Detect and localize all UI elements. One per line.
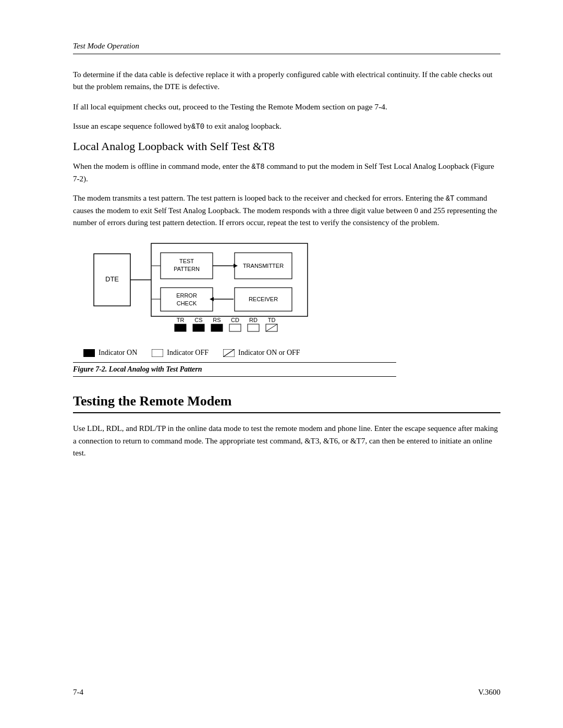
svg-text:TEST: TEST xyxy=(179,258,194,264)
section-1-heading: Local Analog Loopback with Self Test &T8 xyxy=(73,140,500,153)
svg-text:CD: CD xyxy=(231,317,239,323)
svg-line-35 xyxy=(223,349,235,357)
major-section-heading: Testing the Remote Modem xyxy=(73,393,500,413)
svg-rect-33 xyxy=(152,349,163,357)
paragraph-2: If all local equipment checks out, proce… xyxy=(73,101,500,113)
legend-off: Indicator OFF xyxy=(152,349,209,357)
svg-rect-21 xyxy=(211,324,223,331)
dte-label: DTE xyxy=(105,275,119,283)
paragraph-3-text: Issue an escape sequence followed by xyxy=(73,122,191,130)
major-section-para1: Use LDL, RDL, and RDL/TP in the online d… xyxy=(73,423,500,459)
svg-rect-22 xyxy=(229,324,241,331)
indicator-on-off-icon xyxy=(223,349,235,357)
paragraph-1-text: To determine if the data cable is defect… xyxy=(73,70,493,91)
figure-caption: Figure 7-2. Local Analog with Test Patte… xyxy=(73,362,396,377)
svg-marker-15 xyxy=(210,297,214,301)
svg-text:TR: TR xyxy=(177,317,185,323)
svg-text:RD: RD xyxy=(249,317,258,323)
svg-marker-8 xyxy=(234,264,238,268)
s1p2-a: The modem transmits a test pattern. The … xyxy=(73,194,446,202)
svg-text:TRANSMITTER: TRANSMITTER xyxy=(243,263,284,269)
section1-para1: When the modem is offline in command mod… xyxy=(73,161,500,185)
s1p1-a: When the modem is offline in command mod… xyxy=(73,162,252,170)
svg-text:ERROR: ERROR xyxy=(176,292,197,299)
page-footer: 7-4 V.3600 xyxy=(73,688,500,697)
diagram-container: DTE TEST PATTERN TRANSMITTER ERROR CHECK xyxy=(73,238,500,377)
svg-text:TD: TD xyxy=(268,317,276,323)
section1-para2: The modem transmits a test pattern. The … xyxy=(73,192,500,229)
indicator-on-off-label: Indicator ON or OFF xyxy=(238,349,300,357)
paragraph-3-code: &T0 xyxy=(191,122,204,131)
product-name: V.3600 xyxy=(478,688,500,697)
legend-on-off: Indicator ON or OFF xyxy=(223,349,300,357)
paragraph-2-text: If all local equipment checks out, proce… xyxy=(73,102,387,111)
s1p2-code: &T xyxy=(446,194,455,203)
page: Test Mode Operation To determine if the … xyxy=(0,0,563,728)
indicator-off-icon xyxy=(152,349,163,357)
page-header: Test Mode Operation xyxy=(73,42,500,54)
svg-text:CHECK: CHECK xyxy=(177,300,197,306)
legend-on: Indicator ON xyxy=(83,349,137,357)
svg-text:PATTERN: PATTERN xyxy=(174,266,200,272)
svg-rect-32 xyxy=(83,349,95,357)
svg-rect-1 xyxy=(151,243,308,316)
svg-line-25 xyxy=(266,324,277,331)
diagram-legend: Indicator ON Indicator OFF Indicator ON … xyxy=(83,349,300,357)
paragraph-3: Issue an escape sequence followed by&T0 … xyxy=(73,120,500,133)
indicator-on-icon xyxy=(83,349,95,357)
diagram-svg: DTE TEST PATTERN TRANSMITTER ERROR CHECK xyxy=(83,238,407,344)
svg-rect-19 xyxy=(175,324,186,331)
s1p1-code: &T8 xyxy=(252,163,265,171)
paragraph-3-cont: to exit analog loopback. xyxy=(204,122,282,130)
paragraph-1: To determine if the data cable is defect… xyxy=(73,69,500,93)
svg-text:RS: RS xyxy=(213,317,221,323)
indicator-off-label: Indicator OFF xyxy=(167,349,209,357)
svg-text:RECEIVER: RECEIVER xyxy=(249,296,278,302)
indicator-on-label: Indicator ON xyxy=(99,349,137,357)
page-number: 7-4 xyxy=(73,688,83,697)
svg-rect-23 xyxy=(248,324,259,331)
svg-rect-9 xyxy=(161,288,213,311)
header-title: Test Mode Operation xyxy=(73,42,139,50)
svg-rect-20 xyxy=(193,324,204,331)
svg-text:CS: CS xyxy=(194,317,202,323)
circuit-diagram: DTE TEST PATTERN TRANSMITTER ERROR CHECK xyxy=(83,238,407,342)
